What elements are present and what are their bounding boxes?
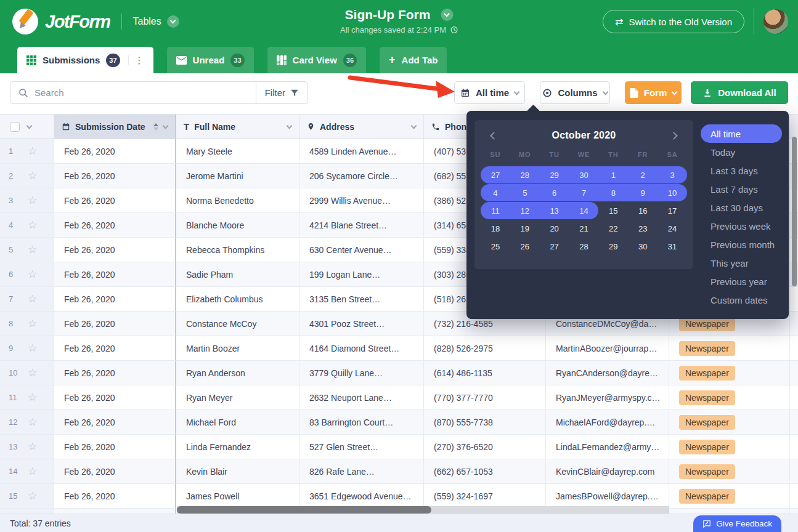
star-icon[interactable]: ☆ bbox=[28, 220, 37, 230]
star-icon[interactable]: ☆ bbox=[28, 318, 37, 329]
give-feedback-button[interactable]: Give Feedback bbox=[693, 515, 781, 532]
cell-submission-date[interactable]: Feb 26, 2020 bbox=[54, 238, 176, 262]
cell-address[interactable]: 630 Center Avenue… bbox=[299, 238, 424, 262]
cell-full-name[interactable]: Mary Steele bbox=[176, 139, 299, 164]
header-address[interactable]: Address bbox=[299, 115, 424, 139]
star-icon[interactable]: ☆ bbox=[28, 392, 37, 403]
cell-tag[interactable]: Newspaper bbox=[669, 435, 790, 459]
cell-address[interactable]: 83 Barrington Court… bbox=[299, 410, 424, 435]
cell-email[interactable]: JamesBPowell@dayrep.… bbox=[546, 484, 669, 509]
cell-full-name[interactable]: Martin Boozer bbox=[176, 336, 299, 361]
cell-full-name[interactable]: Norma Benedetto bbox=[176, 188, 299, 213]
calendar-next-icon[interactable] bbox=[670, 132, 678, 140]
calendar-day[interactable]: 31 bbox=[658, 242, 687, 251]
tab-submissions[interactable]: Submissions 37 ⋮ bbox=[17, 47, 153, 73]
cell-submission-date[interactable]: Feb 26, 2020 bbox=[54, 262, 176, 287]
cell-address[interactable]: 4589 Linden Avenue… bbox=[299, 139, 424, 164]
star-icon[interactable]: ☆ bbox=[28, 146, 37, 156]
calendar-day[interactable]: 26 bbox=[510, 242, 540, 251]
cell-address[interactable]: 4301 Pooz Street… bbox=[299, 312, 424, 336]
calendar-day[interactable]: 28 bbox=[569, 242, 599, 251]
preset-previous-month[interactable]: Previous month bbox=[701, 235, 782, 254]
download-all-button[interactable]: Download All bbox=[691, 81, 788, 104]
cell-address[interactable]: 2999 Willis Avenue… bbox=[299, 188, 424, 213]
calendar-day[interactable]: 6 bbox=[540, 188, 569, 198]
cell-submission-date[interactable]: Feb 26, 2020 bbox=[54, 139, 176, 164]
cell-address[interactable]: 4214 Blane Street… bbox=[299, 213, 424, 238]
date-filter-button[interactable]: All time bbox=[454, 81, 525, 104]
calendar-day[interactable]: 29 bbox=[540, 171, 569, 180]
calendar-day[interactable]: 30 bbox=[569, 171, 599, 180]
chevron-down-icon[interactable] bbox=[287, 123, 293, 129]
cell-email[interactable]: KevinCBlair@dayrep.com bbox=[546, 459, 669, 484]
cell-submission-date[interactable]: Feb 26, 2020 bbox=[54, 435, 176, 459]
cell-tag[interactable]: Newspaper bbox=[669, 484, 790, 509]
calendar-day[interactable]: 1 bbox=[598, 171, 628, 180]
sort-icon[interactable] bbox=[153, 123, 158, 131]
table-row[interactable]: 9 ☆ Feb 26, 2020 Martin Boozer 4164 Diam… bbox=[0, 336, 798, 361]
calendar-day[interactable]: 12 bbox=[510, 206, 540, 216]
star-icon[interactable]: ☆ bbox=[28, 244, 37, 255]
cell-submission-date[interactable]: Feb 26, 2020 bbox=[54, 336, 176, 361]
calendar-day[interactable]: 13 bbox=[540, 206, 569, 216]
search-input[interactable] bbox=[35, 87, 256, 98]
cell-submission-date[interactable]: Feb 26, 2020 bbox=[54, 361, 176, 385]
tab-card-view[interactable]: Card View 36 bbox=[267, 47, 367, 73]
chevron-down-icon[interactable] bbox=[411, 123, 417, 129]
cell-submission-date[interactable]: Feb 26, 2020 bbox=[54, 213, 176, 238]
cell-full-name[interactable]: Elizabeth Columbus bbox=[176, 287, 299, 312]
calendar-day[interactable]: 5 bbox=[510, 188, 540, 198]
cell-submission-date[interactable]: Feb 26, 2020 bbox=[54, 410, 176, 435]
horizontal-scrollbar-track[interactable] bbox=[177, 506, 669, 514]
cell-full-name[interactable]: Blanche Moore bbox=[176, 213, 299, 238]
tab-unread[interactable]: Unread 33 bbox=[167, 47, 254, 73]
cell-address[interactable]: 3135 Ben Street… bbox=[299, 287, 424, 312]
table-row[interactable]: 14 ☆ Feb 26, 2020 Kevin Blair 826 Rafe L… bbox=[0, 459, 798, 484]
calendar-day[interactable]: 23 bbox=[628, 224, 658, 233]
star-icon[interactable]: ☆ bbox=[28, 171, 37, 181]
chevron-down-icon[interactable] bbox=[26, 123, 33, 129]
star-icon[interactable]: ☆ bbox=[28, 269, 37, 280]
cell-email[interactable]: MartinABoozer@jourrap… bbox=[546, 336, 669, 361]
preset-last-30-days[interactable]: Last 30 days bbox=[701, 198, 782, 217]
preset-previous-week[interactable]: Previous week bbox=[701, 217, 782, 235]
calendar-day[interactable]: 8 bbox=[598, 188, 628, 198]
star-icon[interactable]: ☆ bbox=[28, 417, 37, 427]
preset-last-3-days[interactable]: Last 3 days bbox=[701, 161, 782, 180]
star-icon[interactable]: ☆ bbox=[28, 368, 37, 378]
title-dropdown[interactable] bbox=[441, 9, 453, 21]
cell-submission-date[interactable]: Feb 26, 2020 bbox=[54, 287, 176, 312]
cell-email[interactable]: RyanCAnderson@dayre… bbox=[546, 361, 669, 385]
calendar-day[interactable]: 3 bbox=[658, 171, 687, 180]
tab-options-kebab-icon[interactable]: ⋮ bbox=[128, 55, 144, 65]
calendar-day[interactable]: 21 bbox=[569, 224, 599, 233]
chevron-down-icon[interactable] bbox=[163, 123, 169, 129]
star-icon[interactable]: ☆ bbox=[28, 294, 37, 304]
cell-phone[interactable]: (870) 555-7738 bbox=[424, 410, 546, 435]
preset-last-7-days[interactable]: Last 7 days bbox=[701, 180, 782, 198]
calendar-day[interactable]: 28 bbox=[510, 171, 540, 180]
calendar-day[interactable]: 9 bbox=[628, 188, 658, 198]
cell-submission-date[interactable]: Feb 26, 2020 bbox=[54, 385, 176, 410]
cell-submission-date[interactable]: Feb 26, 2020 bbox=[54, 484, 176, 509]
cell-phone[interactable]: (270) 376-6520 bbox=[424, 435, 546, 459]
vertical-scrollbar-thumb[interactable] bbox=[792, 137, 797, 286]
cell-address[interactable]: 2632 Neuport Lane… bbox=[299, 385, 424, 410]
cell-phone[interactable]: (828) 526-2975 bbox=[424, 336, 546, 361]
star-icon[interactable]: ☆ bbox=[28, 441, 37, 452]
calendar-day[interactable]: 27 bbox=[540, 242, 569, 251]
table-row[interactable]: 15 ☆ Feb 26, 2020 James Powell 3651 Edge… bbox=[0, 484, 798, 509]
jotform-logo[interactable]: JotForm Tables bbox=[12, 0, 179, 43]
cell-phone[interactable]: (662) 657-1053 bbox=[424, 459, 546, 484]
horizontal-scrollbar-thumb[interactable] bbox=[177, 506, 431, 514]
cell-phone[interactable]: (559) 324-1697 bbox=[424, 484, 546, 509]
cell-address[interactable]: 4164 Diamond Street… bbox=[299, 336, 424, 361]
calendar-day[interactable]: 7 bbox=[569, 188, 599, 198]
cell-address[interactable]: 3779 Quilly Lane… bbox=[299, 361, 424, 385]
star-icon[interactable]: ☆ bbox=[28, 195, 37, 206]
calendar-day[interactable]: 17 bbox=[658, 206, 687, 216]
cell-email[interactable]: MichaelAFord@dayrep.… bbox=[546, 410, 669, 435]
preset-previous-year[interactable]: Previous year bbox=[701, 272, 782, 291]
cell-address[interactable]: 826 Rafe Lane… bbox=[299, 459, 424, 484]
calendar-day[interactable]: 14 bbox=[569, 206, 599, 216]
